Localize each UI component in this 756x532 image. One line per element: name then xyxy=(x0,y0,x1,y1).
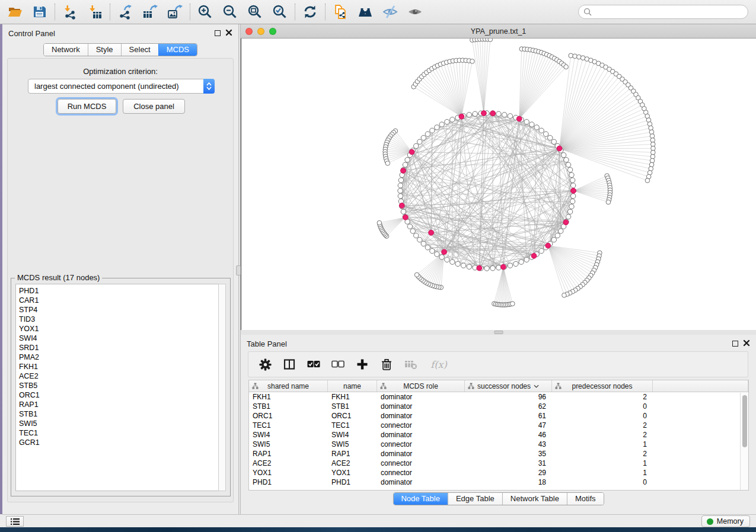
float-window-icon[interactable] xyxy=(732,341,738,347)
delete-table-button[interactable] xyxy=(404,357,418,371)
mcds-result-item[interactable]: SWI4 xyxy=(19,334,218,343)
mcds-result-item[interactable]: TID3 xyxy=(19,315,218,324)
show-all-button[interactable] xyxy=(403,1,428,23)
fit-content-button[interactable] xyxy=(243,1,267,23)
table-settings-button[interactable] xyxy=(258,357,272,371)
mcds-result-item[interactable]: PMA2 xyxy=(19,352,218,362)
mcds-result-item[interactable]: RAP1 xyxy=(19,400,218,409)
first-neighbors-button[interactable] xyxy=(353,1,378,23)
zoom-in-button[interactable] xyxy=(193,1,218,23)
zoom-selected-button[interactable] xyxy=(267,1,292,23)
shared-column-icon xyxy=(555,383,562,389)
table-cell-filler xyxy=(653,411,748,421)
search-input[interactable] xyxy=(595,7,743,17)
export-network-button[interactable] xyxy=(113,1,138,23)
column-header-name[interactable]: name xyxy=(328,380,377,392)
column-header-mcds-role[interactable]: MCDS role xyxy=(377,380,465,392)
table-row[interactable]: PHD1PHD1dominator180 xyxy=(249,477,748,487)
delete-column-button[interactable] xyxy=(379,357,394,371)
column-header-shared-name[interactable]: shared name xyxy=(249,380,328,392)
column-header-successor-nodes[interactable]: successor nodes xyxy=(465,380,552,392)
export-table-button[interactable] xyxy=(138,1,162,23)
table-cell-filler xyxy=(653,392,748,402)
table-row[interactable]: ACE2ACE2connector311 xyxy=(249,459,748,468)
tab-network[interactable]: Network xyxy=(44,44,88,56)
search-field[interactable] xyxy=(578,5,748,19)
table-cell: 96 xyxy=(465,392,552,402)
open-session-button[interactable] xyxy=(2,1,27,23)
add-column-button[interactable] xyxy=(355,357,369,371)
tab-edge-table[interactable]: Edge Table xyxy=(448,493,502,505)
table-cell: 0 xyxy=(552,477,653,487)
network-canvas[interactable] xyxy=(241,39,756,330)
mcds-result-item[interactable]: CAR1 xyxy=(19,296,218,305)
mcds-result-item[interactable]: FKH1 xyxy=(19,362,218,371)
deselect-all-button[interactable] xyxy=(331,357,345,371)
save-session-button[interactable] xyxy=(27,1,52,23)
table-cell: ACE2 xyxy=(328,459,377,468)
mcds-result-item[interactable]: STB5 xyxy=(19,381,218,390)
table-row[interactable]: RAP1RAP1dominator352 xyxy=(249,449,748,459)
new-network-from-selection-button[interactable] xyxy=(328,1,353,23)
tab-node-table[interactable]: Node Table xyxy=(393,493,448,505)
table-cell-filler xyxy=(653,477,748,487)
function-builder-button[interactable]: f(x) xyxy=(428,357,449,371)
mcds-result-item[interactable]: ORC1 xyxy=(19,390,218,400)
table-cell: 61 xyxy=(465,411,552,421)
mcds-result-item[interactable]: TEC1 xyxy=(19,428,218,438)
mcds-result-item[interactable]: PHD1 xyxy=(19,286,218,296)
save-floppy-icon xyxy=(33,5,47,19)
mcds-list-scrollbar[interactable] xyxy=(218,284,226,491)
tab-select[interactable]: Select xyxy=(121,44,158,56)
import-network-button[interactable] xyxy=(58,1,82,23)
tab-network-table[interactable]: Network Table xyxy=(502,493,567,505)
run-mcds-button[interactable]: Run MCDS xyxy=(58,99,116,114)
mcds-result-item[interactable]: STB1 xyxy=(19,409,218,419)
horizontal-splitter[interactable] xyxy=(241,330,756,335)
close-panel-icon[interactable] xyxy=(743,339,750,347)
apply-layout-button[interactable] xyxy=(298,1,323,23)
import-table-button[interactable] xyxy=(82,1,107,23)
table-body[interactable]: FKH1FKH1dominator962STB1STB1dominator620… xyxy=(249,392,748,487)
show-columns-button[interactable] xyxy=(282,357,296,371)
table-cell: dominator xyxy=(377,449,465,459)
mcds-result-item[interactable]: GCR1 xyxy=(19,438,218,447)
zoom-out-button[interactable] xyxy=(218,1,243,23)
table-panel: Table Panel xyxy=(241,335,756,514)
memory-status-icon xyxy=(707,518,713,525)
toolbar-separator xyxy=(325,4,326,20)
hide-selected-button[interactable] xyxy=(378,1,403,23)
table-cell: connector xyxy=(377,421,465,430)
select-all-button[interactable] xyxy=(307,357,321,371)
table-row[interactable]: STB1STB1dominator620 xyxy=(249,402,748,411)
task-history-button[interactable] xyxy=(6,516,24,527)
column-header-predecessor-nodes[interactable]: predecessor nodes xyxy=(552,380,653,392)
table-row[interactable]: ORC1ORC1dominator610 xyxy=(249,411,748,421)
table-row[interactable]: SWI4SWI4dominator462 xyxy=(249,430,748,440)
mcds-result-list[interactable]: PHD1CAR1STP4TID3YOX1SWI4SRD1PMA2FKH1ACE2… xyxy=(15,284,218,491)
tab-style[interactable]: Style xyxy=(88,44,121,56)
mcds-result-item[interactable]: SRD1 xyxy=(19,343,218,352)
horizontal-splitter-grip[interactable] xyxy=(494,331,503,334)
tab-motifs[interactable]: Motifs xyxy=(567,493,604,505)
table-row[interactable]: SWI5SWI5connector431 xyxy=(249,440,748,449)
table-scrollbar[interactable] xyxy=(740,393,748,490)
close-panel-button[interactable]: Close panel xyxy=(123,99,185,114)
table-cell: 1 xyxy=(552,468,653,477)
mcds-result-item[interactable]: STP4 xyxy=(19,305,218,315)
mcds-result-item[interactable]: YOX1 xyxy=(19,324,218,334)
mcds-result-item[interactable]: ACE2 xyxy=(19,371,218,381)
table-cell: connector xyxy=(377,468,465,477)
table-row[interactable]: FKH1FKH1dominator962 xyxy=(249,392,748,402)
criterion-dropdown[interactable]: largest connected component (undirected) xyxy=(28,79,215,94)
float-window-icon[interactable] xyxy=(215,30,221,36)
table-row[interactable]: TEC1TEC1connector472 xyxy=(249,421,748,430)
export-image-button[interactable] xyxy=(162,1,187,23)
table-row[interactable]: YOX1YOX1connector291 xyxy=(249,468,748,477)
close-panel-icon[interactable] xyxy=(225,29,232,36)
network-window-titlebar[interactable]: YPA_prune.txt_1 xyxy=(241,24,756,39)
tab-mcds[interactable]: MCDS xyxy=(158,44,197,56)
mcds-result-item[interactable]: SWI5 xyxy=(19,419,218,428)
memory-button[interactable]: Memory xyxy=(701,515,750,527)
table-scrollbar-thumb[interactable] xyxy=(742,395,747,447)
